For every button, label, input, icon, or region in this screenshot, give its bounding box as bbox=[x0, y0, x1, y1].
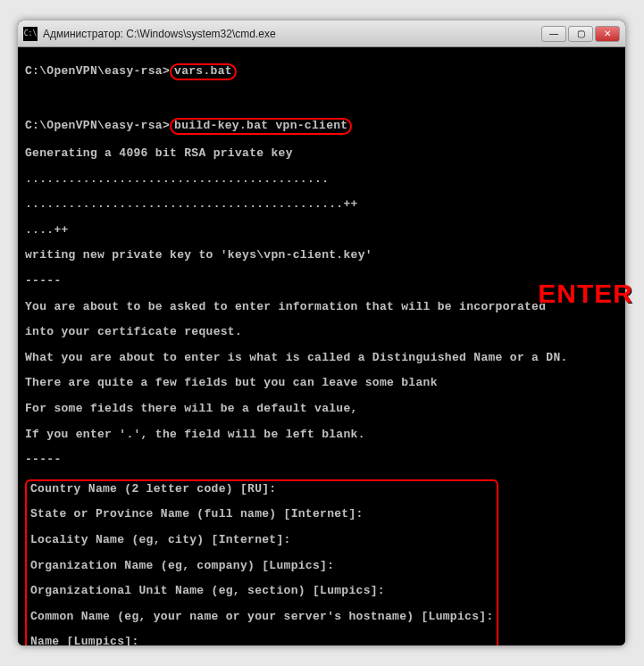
cmd-highlight-buildkey: build-key.bat vpn-client bbox=[170, 118, 352, 134]
output-line: ----- bbox=[25, 454, 618, 466]
dn-line: Country Name (2 letter code) [RU]: bbox=[30, 483, 493, 495]
dn-line: Organizational Unit Name (eg, section) [… bbox=[30, 585, 493, 597]
output-line: ........................................… bbox=[25, 173, 618, 186]
output-line: There are quite a few fields but you can… bbox=[25, 377, 618, 389]
dn-line: Name [Lumpics]: bbox=[30, 636, 493, 645]
enter-annotation: ENTER bbox=[538, 279, 633, 309]
maximize-button[interactable]: ▢ bbox=[568, 26, 593, 42]
window-title: Администратор: C:\Windows\system32\cmd.e… bbox=[43, 28, 541, 40]
titlebar[interactable]: C:\ Администратор: C:\Windows\system32\c… bbox=[18, 21, 625, 47]
output-line: Generating a 4096 bit RSA private key bbox=[25, 147, 618, 160]
dn-line: Common Name (eg, your name or your serve… bbox=[30, 611, 493, 623]
output-line: If you enter '.', the field will be left… bbox=[25, 429, 618, 441]
output-line: For some fields there will be a default … bbox=[25, 403, 618, 415]
cmd-highlight-vars: vars.bat bbox=[170, 63, 237, 79]
window-controls: — ▢ ✕ bbox=[541, 26, 620, 42]
dn-line: Organization Name (eg, company) [Lumpics… bbox=[30, 560, 493, 572]
output-line: What you are about to enter is what is c… bbox=[25, 352, 618, 364]
output-line: ....++ bbox=[25, 224, 618, 237]
output-line: writing new private key to 'keys\vpn-cli… bbox=[25, 249, 618, 262]
cmd-window: C:\ Администратор: C:\Windows\system32\c… bbox=[18, 21, 625, 645]
terminal-output[interactable]: C:\OpenVPN\easy-rsa>vars.bat C:\OpenVPN\… bbox=[18, 47, 625, 645]
prompt: C:\OpenVPN\easy-rsa> bbox=[25, 64, 170, 78]
output-line: ........................................… bbox=[25, 198, 618, 211]
close-button[interactable]: ✕ bbox=[595, 26, 620, 42]
output-line: into your certificate request. bbox=[25, 326, 618, 338]
output-line: ----- bbox=[25, 275, 618, 287]
prompt: C:\OpenVPN\easy-rsa> bbox=[25, 119, 170, 132]
dn-fields-highlight-box: Country Name (2 letter code) [RU]: State… bbox=[25, 479, 498, 645]
dn-line: State or Province Name (full name) [Inte… bbox=[30, 508, 493, 520]
output-line: You are about to be asked to enter infor… bbox=[25, 301, 618, 313]
app-icon: C:\ bbox=[23, 27, 38, 41]
minimize-button[interactable]: — bbox=[541, 26, 566, 42]
dn-line: Locality Name (eg, city) [Internet]: bbox=[30, 534, 493, 546]
